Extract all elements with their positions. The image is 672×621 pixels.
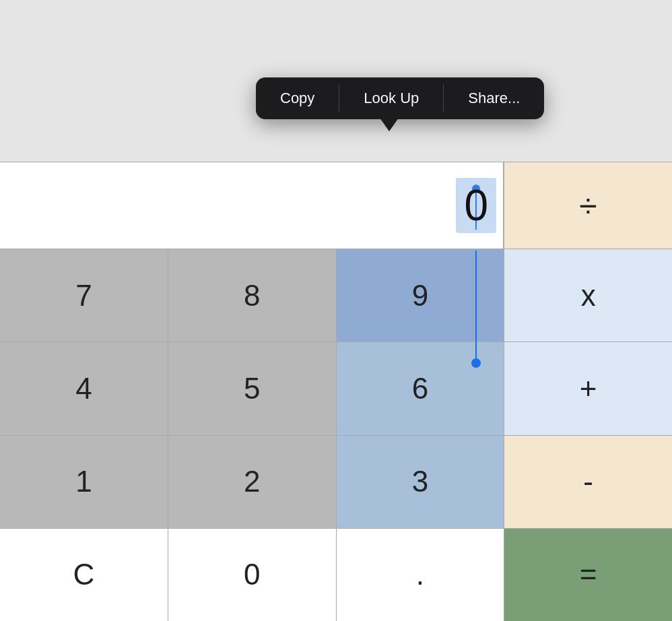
display-row: 0 ÷ (0, 162, 672, 249)
cursor-dot-bottom (471, 358, 481, 368)
context-menu: Copy Look Up Share... (256, 77, 544, 119)
button-7[interactable]: 7 (0, 249, 168, 341)
button-subtract[interactable]: - (504, 436, 672, 528)
button-row-2: 4 5 6 + (0, 342, 672, 435)
button-0[interactable]: 0 (168, 529, 337, 621)
cursor-bottom (471, 251, 481, 368)
button-3[interactable]: 3 (337, 436, 505, 528)
context-menu-arrow (380, 118, 399, 131)
button-5[interactable]: 5 (168, 342, 337, 434)
button-8[interactable]: 8 (168, 249, 337, 341)
button-row-1: 7 8 9 x (0, 249, 672, 342)
display-operator: ÷ (504, 162, 672, 249)
button-clear[interactable]: C (0, 529, 168, 621)
selection-highlight: 0 (456, 178, 496, 233)
display-main: 0 (0, 162, 504, 249)
button-1[interactable]: 1 (0, 436, 168, 528)
button-4[interactable]: 4 (0, 342, 168, 434)
operator-symbol: ÷ (579, 187, 597, 224)
display-value: 0 (464, 181, 488, 230)
cursor-line-segment-bottom (475, 251, 477, 358)
button-add[interactable]: + (504, 342, 672, 434)
display-selected: 0 (456, 178, 496, 233)
button-row-4: C 0 . = (0, 529, 672, 621)
calculator: 0 ÷ 7 8 9 x 4 5 6 + 1 2 3 - C (0, 162, 672, 621)
button-multiply[interactable]: x (504, 249, 672, 341)
button-equals[interactable]: = (504, 529, 672, 621)
context-menu-copy[interactable]: Copy (256, 77, 339, 119)
button-decimal[interactable]: . (337, 529, 505, 621)
context-menu-lookup[interactable]: Look Up (339, 77, 443, 119)
context-menu-share[interactable]: Share... (444, 77, 544, 119)
button-row-3: 1 2 3 - (0, 436, 672, 529)
button-2[interactable]: 2 (168, 436, 337, 528)
